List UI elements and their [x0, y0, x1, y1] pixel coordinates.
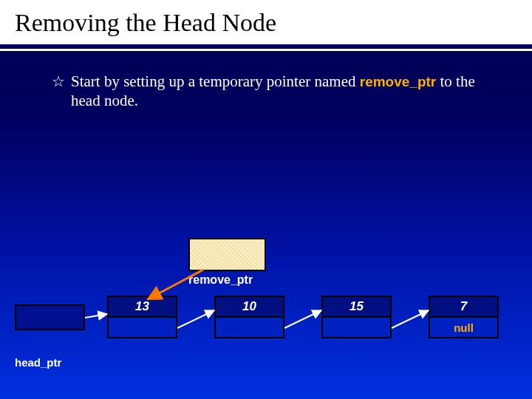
arrow-head-ptr: [85, 314, 107, 318]
rule-dark: [0, 44, 532, 47]
bullet-row: ☆ Start by setting up a temporary pointe…: [52, 72, 488, 111]
rule-light: [0, 49, 532, 51]
node-next: null: [429, 318, 499, 338]
list-item: 13: [107, 296, 177, 338]
list-item: 15: [321, 296, 392, 338]
list-item: 10: [214, 296, 284, 338]
bullet-keyword: remove_ptr: [360, 74, 437, 89]
arrows-layer: [0, 0, 532, 399]
node-next: [107, 318, 177, 338]
node-value: 10: [214, 296, 284, 318]
node-list: 13 10 15 7 null: [107, 296, 499, 338]
page-title: Removing the Head Node: [0, 0, 532, 44]
node-value: 15: [321, 296, 392, 318]
node-value: 7: [429, 296, 499, 318]
star-icon: ☆: [52, 72, 65, 91]
node-next: [321, 318, 392, 338]
node-next: [214, 318, 284, 338]
head-ptr-box: [15, 304, 85, 330]
node-value: 13: [107, 296, 177, 318]
list-item: 7 null: [429, 296, 499, 338]
head-ptr-label: head_ptr: [15, 356, 61, 369]
remove-ptr-label: remove_ptr: [188, 273, 253, 287]
bullet-pre: Start by setting up a temporary pointer …: [71, 72, 360, 90]
bullet-text: Start by setting up a temporary pointer …: [71, 72, 488, 111]
remove-ptr-box: [188, 238, 266, 271]
